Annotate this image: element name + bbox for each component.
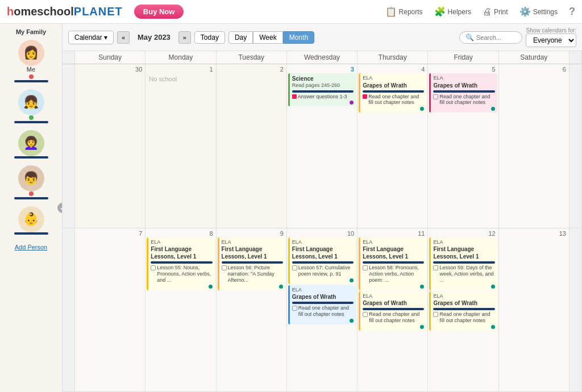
week-num-1 [63, 64, 75, 228]
event-footer-fll-may11 [363, 283, 424, 289]
event-science-may3[interactable]: Science Read pages 245-260 Answer questi… [288, 73, 356, 106]
search-box[interactable]: 🔍 [459, 31, 522, 44]
cal-cell-may8[interactable]: 8 ELA First Language Lessons, Level 1 Le… [146, 228, 216, 392]
event-task-text-fll-may9: Lesson 56: Picture narration: "A Sunday … [228, 265, 283, 283]
avatar-me: 👩 [18, 40, 44, 66]
today-button[interactable]: Today [194, 31, 225, 44]
everyone-select[interactable]: Everyone [526, 34, 576, 47]
family-member-3[interactable]: 👩‍🦱 [3, 130, 59, 161]
event-checkbox-gow-may10[interactable] [292, 306, 297, 311]
show-calendars-label: Show calendars for: [526, 27, 576, 34]
cal-cell-may12[interactable]: 12 ELA First Language Lessons, Level 1 L… [428, 228, 498, 392]
logo-planet: PLANET [74, 5, 123, 18]
event-dot-fll-may11 [420, 285, 424, 289]
avatar-4: 👦 [18, 165, 44, 191]
calendar-dropdown[interactable]: Calendar ▾ [68, 31, 114, 44]
event-subject-gow-may12: ELA [433, 293, 494, 300]
event-fll-may12[interactable]: ELA First Language Lessons, Level 1 Less… [429, 237, 497, 290]
event-bar-fll-may9 [222, 261, 283, 264]
day-num-may9: 9 [218, 230, 285, 237]
event-dot-fll-may12 [491, 285, 495, 289]
cal-cell-may13[interactable]: 13 [499, 228, 569, 392]
header-sunday: Sunday [75, 51, 146, 64]
event-footer-fll-may8 [151, 283, 212, 289]
event-checkbox-gow-may11[interactable] [363, 312, 368, 317]
event-subject-fll-may9: ELA [222, 239, 283, 246]
reports-nav[interactable]: 📋 Reports [385, 6, 423, 17]
cal-cell-may1[interactable]: 1 No school [146, 64, 216, 228]
day-view-button[interactable]: Day [228, 31, 253, 44]
event-fll-may9[interactable]: ELA First Language Lessons, Level 1 Less… [218, 237, 285, 290]
header-monday: Monday [146, 51, 216, 64]
event-checkbox-fll-may12[interactable] [433, 265, 438, 270]
cal-cell-may5[interactable]: 5 ELA Grapes of Wrath Read one chapter a… [428, 64, 498, 228]
prev-button[interactable]: « [117, 31, 130, 44]
event-fll-may8[interactable]: ELA First Language Lessons, Level 1 Less… [147, 237, 214, 290]
event-bar-may4 [363, 90, 424, 93]
event-dot-may5 [491, 107, 495, 111]
cal-row-2: 7 8 ELA First Language Lessons, Level 1 … [63, 228, 582, 393]
settings-icon: ⚙️ [519, 6, 531, 17]
event-dot-science [350, 101, 354, 105]
family-member-4[interactable]: 👦 [3, 165, 59, 202]
cal-cell-may2[interactable]: 2 [217, 64, 287, 228]
event-checkbox-fll-may11[interactable] [363, 265, 368, 270]
event-title-gow-may10: Grapes of Wrath [292, 293, 354, 301]
event-fll-may11[interactable]: ELA First Language Lessons, Level 1 Less… [359, 237, 426, 290]
event-task-text-fll-may10: Lesson 57: Cumulative poem review, p. 91 [298, 265, 354, 277]
month-view-button[interactable]: Month [283, 31, 314, 44]
helpers-nav[interactable]: 🧩 Helpers [434, 6, 471, 17]
print-nav[interactable]: 🖨 Print [483, 7, 508, 17]
event-dot-fll-may8 [209, 285, 213, 289]
next-button[interactable]: » [178, 31, 191, 44]
corner-header-right [569, 51, 582, 64]
event-bar-fll-may8 [151, 261, 212, 264]
event-ela-may4[interactable]: ELA Grapes of Wrath Read one chapter and… [359, 73, 426, 112]
cal-cell-may6[interactable]: 6 [499, 64, 569, 228]
cal-cell-may3[interactable]: 3 Science Read pages 245-260 Answer ques… [287, 64, 357, 228]
event-dot-fll-may9 [279, 285, 283, 289]
reports-label: Reports [399, 8, 423, 16]
header-wednesday: Wednesday [287, 51, 357, 64]
add-person-link[interactable]: Add Person [15, 244, 47, 251]
header: homeschoolPLANET Buy Now 📋 Reports 🧩 Hel… [0, 0, 582, 24]
corner-right-2 [569, 228, 582, 392]
family-member-2[interactable]: 👧 [3, 89, 59, 126]
event-checkbox-fll-may8[interactable] [151, 265, 156, 270]
settings-nav[interactable]: ⚙️ Settings [519, 6, 558, 17]
logo: homeschoolPLANET [7, 5, 123, 18]
help-button[interactable]: ? [569, 6, 575, 18]
calendar-toolbar: Calendar ▾ « May 2023 » Today Day Week M… [63, 24, 582, 51]
event-footer-gow-may11 [363, 324, 424, 329]
cal-cell-may4[interactable]: 4 ELA Grapes of Wrath Read one chapter a… [357, 64, 428, 228]
print-icon: 🖨 [483, 7, 492, 17]
event-dot-gow-may11 [420, 325, 424, 329]
event-checkbox-gow-may12[interactable] [433, 312, 438, 317]
event-checkbox-may5[interactable] [433, 94, 438, 99]
week-view-button[interactable]: Week [253, 31, 282, 44]
cal-cell-may11[interactable]: 11 ELA First Language Lessons, Level 1 L… [357, 228, 428, 392]
main-layout: ◀ My Family 👩 Me 👧 👩‍🦱 👦 👶 [0, 24, 582, 392]
event-title-fll-may10: First Language Lessons, Level 1 [292, 245, 354, 260]
search-input[interactable] [476, 34, 516, 41]
cal-cell-may9[interactable]: 9 ELA First Language Lessons, Level 1 Le… [217, 228, 287, 392]
family-member-me[interactable]: 👩 Me [3, 40, 59, 85]
cal-cell-may10[interactable]: 10 ELA First Language Lessons, Level 1 L… [287, 228, 357, 392]
corner-right-1 [569, 64, 582, 228]
day-num-may3: 3 [288, 65, 356, 73]
event-fll-may10[interactable]: ELA First Language Lessons, Level 1 Less… [288, 237, 356, 284]
event-gow-may10[interactable]: ELA Grapes of Wrath Read one chapter and… [288, 285, 356, 324]
cal-cell-may7[interactable]: 7 [75, 228, 146, 392]
event-ela-may5[interactable]: ELA Grapes of Wrath Read one chapter and… [429, 73, 497, 112]
member-bar-5 [14, 232, 48, 235]
event-checkbox-fll-may9[interactable] [222, 265, 227, 270]
event-checkbox-fll-may10[interactable] [292, 265, 297, 270]
event-gow-may11[interactable]: ELA Grapes of Wrath Read one chapter and… [359, 291, 426, 331]
cal-cell-apr30[interactable]: 30 [75, 64, 146, 228]
buy-now-button[interactable]: Buy Now [134, 5, 184, 19]
event-subject-fll-may12: ELA [433, 239, 494, 246]
event-subject-fll-may11: ELA [363, 239, 424, 246]
family-member-5[interactable]: 👶 [3, 206, 59, 237]
event-title-may4: Grapes of Wrath [363, 82, 424, 89]
event-gow-may12[interactable]: ELA Grapes of Wrath Read one chapter and… [429, 291, 497, 331]
